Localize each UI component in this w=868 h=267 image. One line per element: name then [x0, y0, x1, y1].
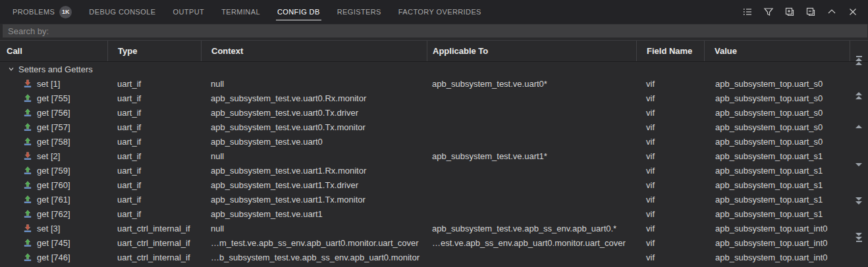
- tab-config-db[interactable]: CONFIG DB: [276, 0, 321, 24]
- applicable-to-cell: apb_subsystem_test.ve.uart1*: [427, 151, 636, 161]
- type-cell: uart_ctrl_internal_if: [107, 224, 201, 233]
- get-arrow-icon: [24, 137, 32, 145]
- call-label: get [762]: [37, 209, 70, 219]
- column-header-type[interactable]: Type: [107, 41, 201, 61]
- get-arrow-icon: [24, 253, 32, 261]
- value-cell: apb_subsystem_top.uart_s0: [704, 93, 868, 103]
- table-row[interactable]: get [755] uart_if apb_subsystem_test.ve.…: [0, 91, 868, 105]
- restore-windows-icon[interactable]: [805, 6, 817, 18]
- context-cell: apb_subsystem_test.ve.uart1.Tx.monitor: [201, 195, 427, 205]
- call-label: get [758]: [37, 137, 70, 147]
- column-header-field-name[interactable]: Field Name: [636, 41, 704, 61]
- table-row[interactable]: set [2] uart_if null apb_subsystem_test.…: [0, 149, 868, 163]
- column-header-call[interactable]: Call: [0, 41, 107, 61]
- scroll-nav-strip: [850, 0, 868, 267]
- tab-label: REGISTERS: [337, 8, 381, 16]
- get-arrow-icon: [24, 210, 32, 218]
- table-row[interactable]: get [760] uart_if apb_subsystem_test.ve.…: [0, 178, 868, 192]
- get-arrow-icon: [24, 94, 32, 102]
- type-cell: uart_if: [107, 180, 201, 190]
- value-cell: apb_subsystem_top.uart_int0: [704, 238, 868, 248]
- field-name-cell: vif: [636, 166, 704, 176]
- chevron-down-icon: [8, 66, 14, 72]
- tab-factory-overrides[interactable]: FACTORY OVERRIDES: [397, 0, 483, 24]
- panel-tab-bar: PROBLEMS1KDEBUG CONSOLEOUTPUTTERMINALCON…: [0, 0, 868, 24]
- tab-label: TERMINAL: [221, 8, 260, 16]
- get-arrow-icon: [24, 181, 32, 189]
- table-row[interactable]: get [757] uart_if apb_subsystem_test.ve.…: [0, 120, 868, 134]
- config-db-panel: PROBLEMS1KDEBUG CONSOLEOUTPUTTERMINALCON…: [0, 0, 868, 267]
- new-window-plus-icon[interactable]: [784, 6, 796, 18]
- search-input[interactable]: [3, 24, 867, 37]
- type-cell: uart_ctrl_internal_if: [107, 238, 201, 248]
- value-cell: apb_subsystem_top.uart_s1: [704, 209, 868, 219]
- type-cell: uart_if: [107, 93, 201, 103]
- table-row[interactable]: get [756] uart_if apb_subsystem_test.ve.…: [0, 105, 868, 120]
- list-view-icon[interactable]: [742, 6, 753, 18]
- type-cell: uart_ctrl_internal_if: [107, 253, 201, 262]
- context-cell: apb_subsystem_test.ve.uart0.Rx.monitor: [201, 93, 427, 103]
- field-name-cell: vif: [636, 195, 704, 205]
- context-cell: null: [201, 224, 427, 233]
- panel-actions: [742, 6, 863, 18]
- table-row[interactable]: set [3] uart_ctrl_internal_if null apb_s…: [0, 221, 868, 235]
- fast-scroll-down-icon[interactable]: [854, 197, 863, 205]
- context-cell: apb_subsystem_test.ve.uart1.Rx.monitor: [201, 166, 427, 176]
- scroll-down-icon[interactable]: [854, 163, 863, 166]
- column-header-applicable-to[interactable]: Applicable To: [427, 41, 636, 61]
- context-cell: apb_subsystem_test.ve.uart0: [201, 137, 427, 147]
- field-name-cell: vif: [636, 224, 704, 233]
- field-name-cell: vif: [636, 79, 704, 89]
- table-row[interactable]: get [762] uart_if apb_subsystem_test.ve.…: [0, 206, 868, 221]
- table-row[interactable]: set [1] uart_if null apb_subsystem_test.…: [0, 76, 868, 91]
- set-arrow-icon: [24, 224, 32, 232]
- call-label: get [757]: [37, 122, 70, 132]
- field-name-cell: vif: [636, 209, 704, 219]
- set-arrow-icon: [24, 80, 32, 87]
- type-cell: uart_if: [107, 122, 201, 132]
- context-cell: null: [201, 79, 427, 89]
- search-bar: [0, 24, 868, 37]
- type-cell: uart_if: [107, 166, 201, 176]
- table-row[interactable]: get [745] uart_ctrl_internal_if …m_test.…: [0, 235, 868, 250]
- table-row[interactable]: get [746] uart_ctrl_internal_if …b_subsy…: [0, 250, 868, 264]
- tab-debug-console[interactable]: DEBUG CONSOLE: [88, 0, 157, 24]
- call-label: get [759]: [37, 166, 70, 176]
- scroll-to-top-icon[interactable]: [854, 56, 863, 65]
- get-arrow-icon: [24, 166, 32, 174]
- applicable-to-cell: …est.ve.apb_ss_env.apb_uart0.monitor.uar…: [427, 238, 636, 248]
- value-cell: apb_subsystem_top.uart_s0: [704, 79, 868, 89]
- type-cell: uart_if: [107, 108, 201, 118]
- column-header-context[interactable]: Context: [201, 41, 427, 61]
- tab-list: PROBLEMS1KDEBUG CONSOLEOUTPUTTERMINALCON…: [4, 0, 742, 24]
- tab-label: PROBLEMS: [13, 8, 55, 16]
- chevron-up-icon[interactable]: [826, 6, 838, 18]
- value-cell: apb_subsystem_top.uart_s1: [704, 195, 868, 205]
- scroll-to-bottom-icon[interactable]: [854, 233, 863, 242]
- context-cell: …m_test.ve.apb_ss_env.apb_uart0.monitor.…: [201, 238, 427, 248]
- filter-icon[interactable]: [763, 6, 774, 18]
- tab-terminal[interactable]: TERMINAL: [220, 0, 261, 24]
- column-header-value[interactable]: Value: [704, 41, 850, 61]
- tab-problems[interactable]: PROBLEMS1K: [11, 0, 73, 24]
- get-arrow-icon: [24, 123, 32, 131]
- table-row[interactable]: get [758] uart_if apb_subsystem_test.ve.…: [0, 134, 868, 149]
- call-label: get [756]: [37, 108, 70, 118]
- table-row[interactable]: get [759] uart_if apb_subsystem_test.ve.…: [0, 163, 868, 178]
- get-arrow-icon: [24, 195, 32, 203]
- field-name-cell: vif: [636, 108, 704, 118]
- tab-output[interactable]: OUTPUT: [172, 0, 206, 24]
- field-name-cell: vif: [636, 180, 704, 190]
- value-cell: apb_subsystem_top.uart_int0: [704, 224, 868, 233]
- fast-scroll-up-icon[interactable]: [854, 92, 863, 99]
- type-cell: uart_if: [107, 209, 201, 219]
- tab-registers[interactable]: REGISTERS: [336, 0, 383, 24]
- scroll-up-icon[interactable]: [854, 125, 863, 128]
- group-row-setters-and-getters[interactable]: Setters and Getters: [0, 62, 868, 76]
- type-cell: uart_if: [107, 195, 201, 205]
- field-name-cell: vif: [636, 151, 704, 161]
- field-name-cell: vif: [636, 253, 704, 262]
- tab-label: OUTPUT: [173, 8, 205, 16]
- context-cell: apb_subsystem_test.ve.uart1: [201, 209, 427, 219]
- table-row[interactable]: get [761] uart_if apb_subsystem_test.ve.…: [0, 192, 868, 206]
